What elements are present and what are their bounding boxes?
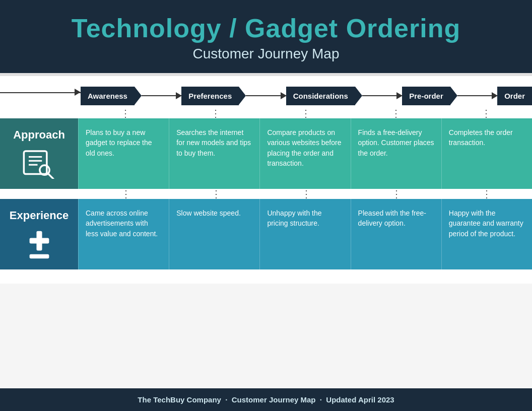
footer: The TechBuy Company · Customer Journey M…	[0, 388, 532, 411]
connector-3	[362, 95, 402, 96]
stage-preorder: Pre-order	[402, 87, 450, 105]
approach-label: Approach	[0, 118, 78, 189]
svg-line-5	[48, 174, 53, 179]
approach-cell-4: Finds a free-delivery option. Customer p…	[351, 118, 441, 189]
approach-cell-3: Compare products on various websites bef…	[259, 118, 350, 189]
page-title: Technology / Gadget Ordering	[10, 14, 522, 43]
experience-cell-5: Happy with the guarantee and warranty pe…	[441, 199, 532, 269]
stages-container: Awareness Preferences Considerations Pre…	[81, 80, 532, 112]
experience-icon	[27, 229, 52, 259]
svg-rect-0	[24, 151, 47, 174]
stage-arrow-3	[355, 87, 362, 105]
dots-8: ⋮	[261, 189, 351, 199]
stage-order: Order	[497, 87, 532, 105]
connector-4	[457, 95, 497, 96]
spacer	[0, 269, 532, 284]
svg-rect-8	[29, 254, 49, 258]
stage-awareness: Awareness	[81, 87, 135, 105]
dots-9: ⋮	[352, 189, 442, 199]
dots-7: ⋮	[171, 189, 261, 199]
dots-6: ⋮	[81, 189, 171, 199]
arrow-line-start	[0, 92, 81, 93]
footer-map: Customer Journey Map	[232, 395, 316, 404]
footer-company: The TechBuy Company	[138, 395, 221, 404]
experience-cell-3: Unhappy with the pricing structure.	[259, 199, 350, 269]
header: Technology / Gadget Ordering Customer Jo…	[0, 0, 532, 73]
experience-cell-4: Pleased with the free-delivery option.	[351, 199, 441, 269]
experience-cells: Came across online advertisements with l…	[78, 199, 532, 269]
approach-row: Approach Plans to buy a new gadget to re…	[0, 118, 532, 189]
stage-arrow-2	[239, 87, 246, 105]
connector-1	[142, 95, 181, 96]
stage-arrow-4	[450, 87, 457, 105]
approach-icon	[22, 149, 57, 179]
dots-10: ⋮	[442, 189, 532, 199]
experience-row: Experience Came across online advertisem…	[0, 199, 532, 269]
approach-cells: Plans to buy a new gadget to replace the…	[78, 118, 532, 189]
footer-updated: Updated April 2023	[326, 395, 394, 404]
stage-preferences: Preferences	[181, 87, 239, 105]
stage-arrow-1	[135, 87, 142, 105]
experience-label: Experience	[0, 199, 78, 269]
approach-cell-1: Plans to buy a new gadget to replace the…	[78, 118, 169, 189]
experience-cell-2: Slow website speed.	[169, 199, 259, 269]
experience-cell-1: Came across online advertisements with l…	[78, 199, 169, 269]
arrow-head-start	[75, 89, 81, 96]
svg-rect-7	[29, 238, 49, 244]
page-subtitle: Customer Journey Map	[10, 46, 522, 62]
approach-cell-2: Searches the internet for new models and…	[169, 118, 259, 189]
connector-2	[246, 95, 286, 96]
dot-row-2: ⋮ ⋮ ⋮ ⋮ ⋮	[0, 189, 532, 199]
approach-cell-5: Completes the order transaction.	[441, 118, 532, 189]
stage-considerations: Considerations	[286, 87, 355, 105]
